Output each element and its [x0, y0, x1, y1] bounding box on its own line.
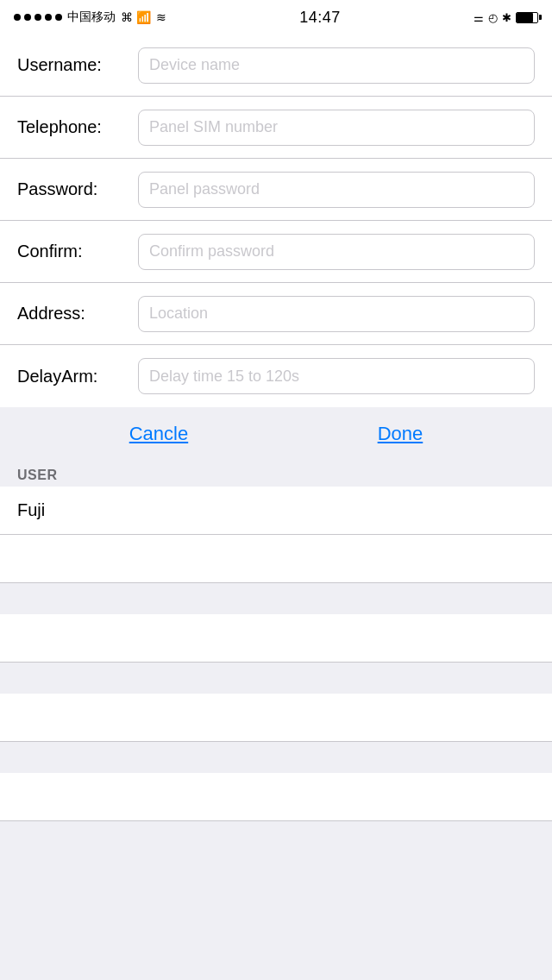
spacer-2	[0, 663, 552, 694]
list-item-empty-3[interactable]	[0, 694, 552, 742]
username-input[interactable]	[138, 47, 535, 84]
done-button[interactable]: Done	[378, 423, 423, 445]
confirm-label: Confirm:	[17, 242, 138, 261]
lock-icon: ⚌	[474, 11, 484, 24]
wifi-icon: ⌘︎ 📶	[121, 10, 151, 24]
battery-icon	[516, 12, 538, 23]
list-item-empty-2[interactable]	[0, 614, 552, 663]
password-label: Password:	[17, 179, 138, 199]
battery-fill	[517, 13, 533, 22]
bluetooth-icon: ✱	[502, 11, 511, 24]
password-input[interactable]	[138, 172, 535, 208]
alarm-icon: ◴	[488, 11, 498, 24]
confirm-row: Confirm:	[0, 221, 552, 283]
clock: 14:47	[299, 9, 341, 27]
dot-2	[24, 14, 31, 21]
list-item-fuji[interactable]: Fuji	[0, 487, 552, 535]
telephone-label: Telephone:	[17, 117, 138, 137]
status-left: 中国移动 ⌘︎ 📶 ≋	[14, 9, 166, 25]
signal-dots	[14, 14, 62, 21]
dot-3	[34, 14, 41, 21]
form-section: Username: Telephone: Password: Confirm: …	[0, 35, 552, 407]
address-row: Address:	[0, 283, 552, 345]
username-row: Username:	[0, 35, 552, 97]
delayarm-input[interactable]	[138, 358, 535, 394]
user-list: Fuji	[0, 487, 552, 821]
address-label: Address:	[17, 304, 138, 324]
carrier-label: 中国移动	[67, 9, 116, 25]
spacer-1	[0, 583, 552, 614]
dot-5	[55, 14, 62, 21]
delayarm-label: DelayArm:	[17, 367, 138, 386]
user-fuji-label: Fuji	[17, 500, 45, 520]
button-row: Cancle Done	[0, 407, 552, 461]
username-label: Username:	[17, 55, 138, 75]
spacer-3	[0, 742, 552, 773]
password-row: Password:	[0, 159, 552, 221]
cancel-button[interactable]: Cancle	[129, 423, 188, 445]
address-input[interactable]	[138, 296, 535, 332]
status-right: ⚌ ◴ ✱	[474, 11, 538, 24]
wifi-symbol: ≋	[156, 10, 166, 24]
status-bar: 中国移动 ⌘︎ 📶 ≋ 14:47 ⚌ ◴ ✱	[0, 0, 552, 35]
confirm-input[interactable]	[138, 234, 535, 270]
telephone-input[interactable]	[138, 110, 535, 146]
user-section-header: USER	[0, 461, 552, 487]
dot-4	[45, 14, 52, 21]
telephone-row: Telephone:	[0, 97, 552, 159]
list-item-empty-4[interactable]	[0, 773, 552, 821]
delayarm-row: DelayArm:	[0, 345, 552, 407]
list-item-empty-1[interactable]	[0, 535, 552, 583]
dot-1	[14, 14, 21, 21]
